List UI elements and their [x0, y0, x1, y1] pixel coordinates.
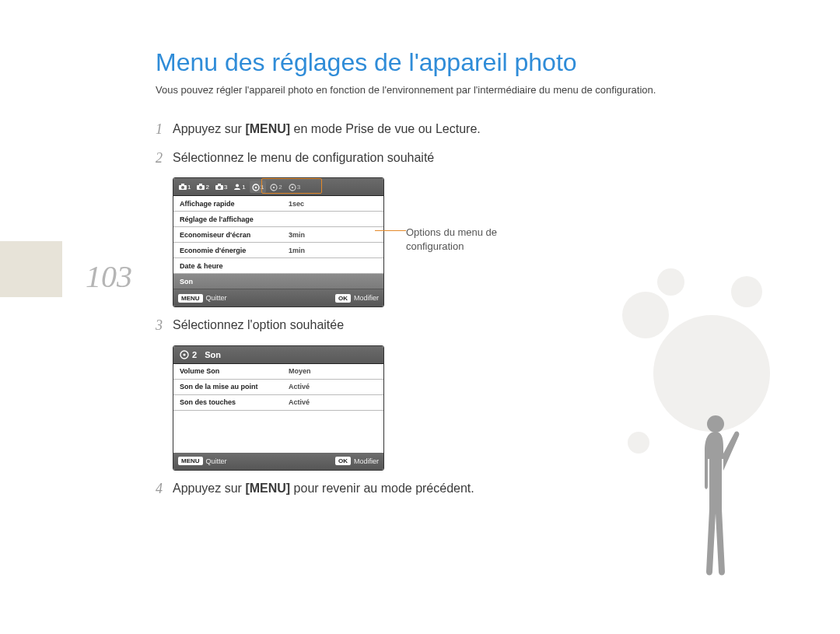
footer-modify-label: Modifier: [354, 457, 379, 465]
step-text-pre: Appuyez sur: [173, 122, 245, 135]
menu-button-label: MENU: [178, 294, 203, 303]
camera-screen-2: 2 Son Volume SonMoyen Son de la mise au …: [173, 345, 384, 471]
svg-point-18: [183, 353, 185, 356]
tab-camera-3: 3: [213, 180, 229, 193]
ok-button-label: OK: [335, 457, 351, 465]
camera-icon: [197, 184, 205, 190]
menu-button-label: MENU: [178, 457, 203, 465]
steps-list: 1 Appuyez sur [MENU] en mode Prise de vu…: [156, 121, 482, 508]
document-page: Menu des réglages de l'appareil photo Vo…: [0, 0, 840, 634]
step-text: Appuyez sur [MENU] en mode Prise de vue …: [173, 121, 482, 138]
footer-quit-label: Quitter: [206, 294, 227, 302]
step-number: 1: [156, 121, 173, 138]
ok-button-label: OK: [335, 294, 351, 303]
step-2: 2 Sélectionnez le menu de configuration …: [156, 149, 482, 167]
person-silhouette: [684, 408, 747, 580]
svg-rect-8: [218, 184, 221, 186]
svg-point-16: [291, 187, 293, 189]
menu-row: Affichage rapide1sec: [173, 196, 383, 212]
page-subtitle: Vous pouvez régler l'appareil photo en f…: [156, 84, 656, 96]
page-title: Menu des réglages de l'appareil photo: [156, 48, 577, 77]
tab-camera-1: 1: [177, 180, 193, 193]
callout-connector: [375, 230, 406, 231]
menu-row: Economie d'énergie1min: [173, 243, 383, 258]
svg-rect-2: [181, 184, 184, 186]
step-text-post: pour revenir au mode précédent.: [290, 482, 474, 495]
menu-body: Volume SonMoyen Son de la mise au pointA…: [173, 364, 383, 453]
tab-settings-1: 1: [250, 180, 266, 193]
screen-footer: MENU Quitter OK Modifier: [173, 289, 383, 306]
tab-person-1: 1: [231, 180, 247, 193]
step-text-bold: [MENU]: [245, 482, 290, 495]
svg-point-12: [255, 187, 257, 189]
gear-icon: [270, 184, 278, 190]
svg-point-10: [236, 184, 239, 187]
tab-settings-3: 3: [286, 180, 303, 193]
step-text-bold: [MENU]: [245, 122, 290, 135]
bg-circle: [657, 268, 684, 296]
menu-body: Affichage rapide1sec Réglage de l'affich…: [173, 196, 383, 289]
page-number-bar: [0, 241, 62, 297]
menu-row: Son des touchesActivé: [173, 395, 383, 411]
step-number: 4: [156, 480, 173, 498]
camera-icon: [179, 184, 187, 190]
tab-bar: 1 2 3 1 1 2 3: [173, 178, 383, 196]
tab-camera-2: 2: [194, 180, 211, 193]
svg-point-9: [218, 186, 221, 189]
step-number: 2: [156, 149, 173, 167]
bg-circle: [622, 292, 669, 338]
header-title: Son: [205, 350, 221, 359]
page-number-block: 103: [86, 258, 148, 313]
step-text: Sélectionnez le menu de configuration so…: [173, 149, 482, 167]
step-text: Sélectionnez l'option souhaitée: [173, 317, 482, 335]
step-3: 3 Sélectionnez l'option souhaitée: [156, 317, 482, 335]
svg-point-14: [273, 187, 275, 189]
step-number: 3: [156, 317, 173, 335]
header-num: 2: [192, 350, 197, 359]
bg-circle: [731, 276, 762, 307]
menu-row: Réglage de l'affichage: [173, 212, 383, 227]
step-text: Appuyez sur [MENU] pour revenir au mode …: [173, 480, 482, 498]
svg-rect-5: [199, 184, 202, 186]
camera-icon: [215, 184, 223, 190]
step-1: 1 Appuyez sur [MENU] en mode Prise de vu…: [156, 121, 482, 138]
menu-row: Economiseur d'écran3min: [173, 227, 383, 243]
menu-row: Volume SonMoyen: [173, 364, 383, 380]
menu-row-selected: Son: [173, 274, 383, 289]
gear-icon: [252, 184, 260, 190]
menu-row: Son de la mise au pointActivé: [173, 380, 383, 395]
step-4: 4 Appuyez sur [MENU] pour revenir au mod…: [156, 480, 482, 498]
footer-quit-label: Quitter: [206, 457, 227, 465]
svg-point-6: [199, 186, 202, 189]
screen-header: 2 Son: [173, 346, 383, 364]
page-number: 103: [86, 258, 132, 295]
screen-footer: MENU Quitter OK Modifier: [173, 453, 383, 470]
footer-modify-label: Modifier: [354, 294, 379, 302]
person-icon: [233, 184, 241, 190]
menu-row: Date & heure: [173, 258, 383, 274]
step-text-post: en mode Prise de vue ou Lecture.: [290, 122, 481, 135]
svg-point-0: [707, 415, 724, 433]
tab-settings-2: 2: [268, 180, 284, 193]
gear-icon: [289, 184, 296, 190]
camera-screen-1: 1 2 3 1 1 2 3 Affichage rapide1sec Régla…: [173, 177, 384, 307]
bg-circle: [628, 432, 649, 454]
gear-icon: [180, 350, 189, 359]
step-text-pre: Appuyez sur: [173, 482, 245, 495]
callout-label: Options du menu de configuration: [406, 226, 499, 253]
svg-point-3: [181, 186, 184, 189]
